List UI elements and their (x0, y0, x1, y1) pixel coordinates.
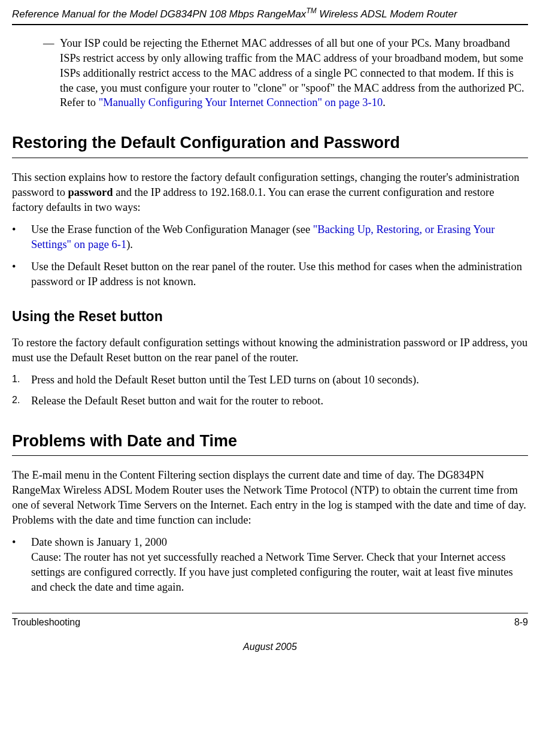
heading-restoring: Restoring the Default Configuration and … (12, 132, 528, 153)
bullet-marker: • (12, 535, 31, 595)
footer-page-number: 8-9 (514, 616, 528, 629)
link-manual-config[interactable]: "Manually Configuring Your Internet Conn… (99, 96, 383, 108)
bullet-content: Use the Erase function of the Web Config… (31, 222, 528, 252)
page-header-title: Reference Manual for the Model DG834PN 1… (12, 6, 528, 22)
dash-text-post: . (383, 96, 386, 108)
dash-list-item: — Your ISP could be rejecting the Ethern… (43, 36, 528, 111)
footer-section: Troubleshooting (12, 616, 80, 629)
restoring-bullet-list: • Use the Erase function of the Web Conf… (12, 222, 528, 289)
header-tm: TM (306, 7, 316, 15)
bullet-text: Use the Default Reset button on the rear… (31, 261, 522, 288)
step-number: 1. (12, 373, 31, 388)
heading-reset: Using the Reset button (12, 307, 528, 326)
footer-date: August 2005 (12, 640, 528, 654)
bullet-marker: • (12, 222, 31, 252)
bullet-text-pre: Use the Erase function of the Web Config… (31, 223, 313, 235)
step-text: Release the Default Reset button and wai… (31, 394, 528, 409)
header-rule (12, 24, 528, 25)
heading-datetime: Problems with Date and Time (12, 430, 528, 452)
step-text: Press and hold the Default Reset button … (31, 373, 528, 388)
heading-rule-datetime (12, 455, 528, 456)
list-item: 1. Press and hold the Default Reset butt… (12, 373, 528, 388)
reset-intro: To restore the factory default configura… (12, 335, 528, 365)
footer-rule (12, 613, 528, 613)
bullet-content: Date shown is January 1, 2000 Cause: The… (31, 535, 528, 595)
header-title-post: Wireless ADSL Modem Router (317, 8, 457, 20)
datetime-bullet-line2: Cause: The router has not yet successful… (31, 551, 513, 593)
dash-marker: — (43, 36, 60, 111)
datetime-intro: The E-mail menu in the Content Filtering… (12, 468, 528, 528)
datetime-bullet-line1: Date shown is January 1, 2000 (31, 536, 167, 548)
page-footer: Troubleshooting 8-9 (12, 616, 528, 629)
bullet-text-post: ). (126, 238, 133, 250)
datetime-bullet-list: • Date shown is January 1, 2000 Cause: T… (12, 535, 528, 595)
list-item: 2. Release the Default Reset button and … (12, 394, 528, 409)
heading-rule-restoring (12, 158, 528, 158)
list-item: • Use the Erase function of the Web Conf… (12, 222, 528, 252)
list-item: • Use the Default Reset button on the re… (12, 259, 528, 289)
dash-content: Your ISP could be rejecting the Ethernet… (60, 36, 528, 111)
bullet-marker: • (12, 259, 31, 289)
list-item: • Date shown is January 1, 2000 Cause: T… (12, 535, 528, 595)
step-number: 2. (12, 394, 31, 409)
reset-steps: 1. Press and hold the Default Reset butt… (12, 373, 528, 409)
header-title-pre: Reference Manual for the Model DG834PN 1… (12, 8, 306, 20)
bullet-content: Use the Default Reset button on the rear… (31, 259, 528, 289)
restoring-intro: This section explains how to restore the… (12, 170, 528, 215)
restoring-intro-bold: password (68, 186, 113, 198)
